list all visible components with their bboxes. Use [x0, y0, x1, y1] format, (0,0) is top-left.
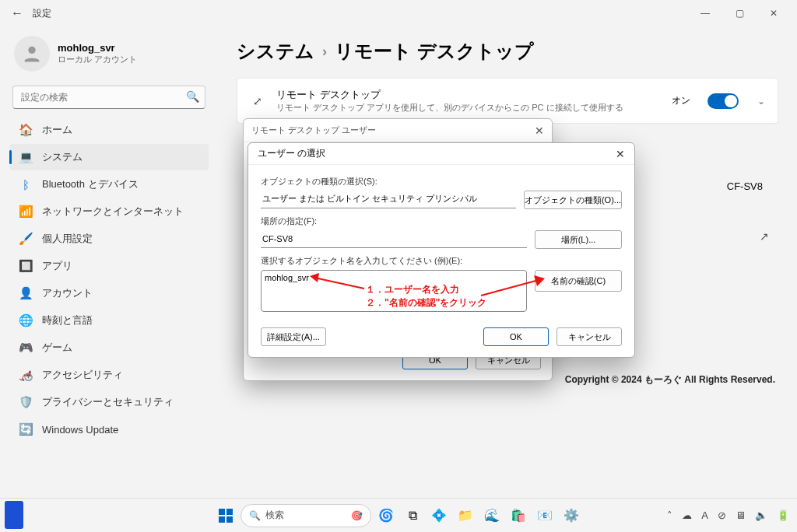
objtype-button[interactable]: オブジェクトの種類(O)...: [524, 191, 622, 209]
taskbar: 🔍検索🎯 🌀 ⧉ 💠 📁 🌊 🛍️ 📧 ⚙️ ˄ ☁ A ⊘ 🖥 🔈 🔋: [0, 498, 797, 532]
nav-bluetooth[interactable]: ᛒBluetooth とデバイス: [9, 171, 209, 198]
close-button[interactable]: ✕: [757, 2, 791, 25]
minimize-button[interactable]: —: [688, 2, 722, 25]
rd-title: リモート デスクトップ: [276, 88, 661, 102]
user-block[interactable]: mohlog_svr ローカル アカウント: [9, 31, 209, 84]
nav-label: ホーム: [42, 123, 72, 137]
game-icon: 🎮: [19, 341, 33, 355]
nav-apps[interactable]: 🔲アプリ: [9, 253, 209, 279]
tray-caution-icon[interactable]: ⊘: [718, 509, 726, 521]
tray-onedrive-icon[interactable]: ☁: [682, 509, 692, 521]
tray-ime-icon[interactable]: A: [701, 509, 708, 521]
nav-privacy[interactable]: 🛡️プライバシーとセキュリティ: [9, 389, 209, 415]
update-icon: 🔄: [19, 422, 33, 436]
tray-battery-icon[interactable]: 🔋: [777, 509, 789, 521]
accessibility-icon: 🦽: [19, 368, 33, 382]
nav-label: ネットワークとインターネット: [42, 205, 184, 219]
dlg1-close-icon[interactable]: ✕: [535, 124, 544, 137]
user-name: mohlog_svr: [58, 42, 137, 54]
user-sub: ローカル アカウント: [58, 54, 137, 65]
nav-network[interactable]: 📶ネットワークとインターネット: [9, 198, 209, 225]
home-icon: 🏠: [19, 123, 33, 137]
breadcrumb: システム › リモート デスクトップ: [237, 39, 778, 64]
rd-on-label: オン: [672, 94, 690, 107]
sidebar: mohlog_svr ローカル アカウント 🔍 🏠ホーム 💻システム ᛒBlue…: [0, 26, 218, 498]
nav-label: アカウント: [42, 286, 93, 300]
nav-label: ゲーム: [42, 341, 72, 355]
search-icon: 🔍: [186, 90, 199, 103]
tb-settings-icon[interactable]: ⚙️: [560, 504, 583, 527]
tb-chat-icon[interactable]: 💠: [427, 504, 451, 527]
search-box[interactable]: 🔍: [12, 86, 205, 109]
nav-label: 個人用設定: [42, 232, 93, 246]
window-title: 設定: [33, 7, 51, 20]
apps-icon: 🔲: [19, 259, 33, 273]
nav-update[interactable]: 🔄Windows Update: [9, 416, 209, 443]
rd-card[interactable]: ⤢ リモート デスクトップ リモート デスクトップ アプリを使用して、別のデバイ…: [237, 78, 778, 124]
name-label: 選択するオブジェクト名を入力してください (例)(E):: [261, 255, 622, 267]
dlg2-ok-button[interactable]: OK: [483, 327, 549, 346]
annotation: １．ユーザー名を入力 ２．"名前の確認"をクリック: [366, 283, 486, 310]
rd-arrows-icon: ⤢: [250, 95, 265, 107]
pcname-value: CF-SV8: [727, 180, 763, 192]
titlebar: ← 設定 — ▢ ✕: [0, 0, 797, 26]
tb-outlook-icon[interactable]: 📧: [533, 504, 556, 527]
svg-rect-6: [226, 509, 233, 515]
nav-time[interactable]: 🌐時刻と言語: [9, 307, 209, 334]
back-button[interactable]: ←: [6, 6, 28, 20]
chevron-down-icon[interactable]: ⌄: [757, 96, 765, 107]
search-icon: 🔍: [249, 510, 261, 521]
advanced-button[interactable]: 詳細設定(A)...: [261, 327, 326, 346]
tb-store-icon[interactable]: 🛍️: [507, 504, 530, 527]
user-select-dialog: ユーザー の選択 ✕ オブジェクトの種類の選択(S): オブジェクトの種類(O)…: [248, 142, 635, 358]
wifi-icon: 📶: [19, 205, 33, 219]
avatar-icon: [14, 36, 50, 72]
systray[interactable]: ˄ ☁ A ⊘ 🖥 🔈 🔋: [667, 509, 789, 521]
search-input[interactable]: [12, 86, 205, 109]
nav-label: システム: [42, 150, 83, 164]
svg-rect-8: [226, 516, 233, 523]
nav-system[interactable]: 💻システム: [9, 144, 209, 170]
dlg2-title: ユーザー の選択: [258, 147, 325, 160]
nav-label: アプリ: [42, 259, 72, 273]
tb-search[interactable]: 🔍検索🎯: [241, 504, 371, 527]
tb-explorer-icon[interactable]: 📁: [454, 504, 477, 527]
check-names-button[interactable]: 名前の確認(C): [535, 270, 622, 292]
tb-edge-icon[interactable]: 🌊: [480, 504, 504, 527]
objtype-label: オブジェクトの種類の選択(S):: [261, 176, 622, 187]
loc-field[interactable]: [261, 231, 527, 248]
shield-icon: 🛡️: [19, 395, 33, 409]
breadcrumb-leaf: リモート デスクトップ: [335, 39, 534, 64]
loc-button[interactable]: 場所(L)...: [535, 230, 622, 249]
nav-game[interactable]: 🎮ゲーム: [9, 334, 209, 361]
tb-widget[interactable]: [5, 501, 23, 529]
annot-line1: １．ユーザー名を入力: [366, 283, 486, 296]
nav-personalize[interactable]: 🖌️個人用設定: [9, 226, 209, 252]
dlg2-cancel-button[interactable]: キャンセル: [556, 327, 622, 346]
open-link-icon[interactable]: ↗: [760, 230, 769, 243]
system-icon: 💻: [19, 150, 33, 164]
nav-home[interactable]: 🏠ホーム: [9, 117, 209, 143]
svg-rect-7: [219, 516, 225, 523]
rd-toggle[interactable]: [707, 93, 739, 109]
copyright: Copyright © 2024 もーろぐ All Rights Reserve…: [565, 373, 775, 387]
dlg1-title: リモート デスクトップ ユーザー: [251, 124, 376, 136]
svg-rect-5: [219, 509, 225, 515]
rd-sub: リモート デスクトップ アプリを使用して、別のデバイスからこの PC に接続して…: [276, 102, 661, 114]
tray-screen-icon[interactable]: 🖥: [736, 509, 746, 521]
nav-accessibility[interactable]: 🦽アクセシビリティ: [9, 362, 209, 388]
breadcrumb-root[interactable]: システム: [237, 39, 314, 64]
tb-taskview-icon[interactable]: ⧉: [401, 504, 424, 527]
objtype-field[interactable]: [261, 191, 516, 208]
tb-copilot-icon[interactable]: 🌀: [374, 504, 398, 527]
tray-volume-icon[interactable]: 🔈: [755, 509, 767, 521]
nav-accounts[interactable]: 👤アカウント: [9, 280, 209, 306]
loc-label: 場所の指定(F):: [261, 215, 622, 227]
chevron-right-icon: ›: [322, 44, 327, 60]
globe-icon: 🌐: [19, 313, 33, 327]
tray-chevron-icon[interactable]: ˄: [667, 509, 672, 521]
maximize-button[interactable]: ▢: [722, 2, 757, 25]
start-icon[interactable]: [214, 504, 237, 527]
dlg2-close-icon[interactable]: ✕: [616, 148, 625, 160]
tb-search-label: 検索: [265, 509, 284, 522]
